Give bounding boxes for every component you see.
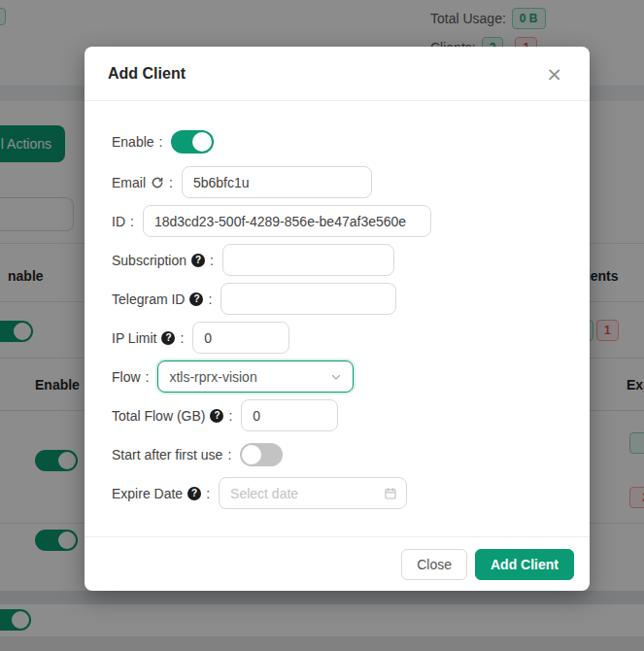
telegram-input[interactable] [220, 283, 396, 315]
close-button[interactable]: Close [401, 549, 467, 580]
help-icon[interactable]: ? [210, 409, 223, 423]
email-row: Email : [112, 166, 566, 198]
ip-limit-label: IP Limit [112, 330, 156, 346]
close-icon[interactable]: × [542, 60, 566, 87]
id-label: ID [112, 214, 125, 229]
refresh-icon[interactable] [151, 176, 164, 189]
start-after-first-use-row: Start after first use: [112, 438, 566, 470]
enable-label: Enable [112, 134, 154, 150]
expire-date-row: Expire Date ? : [112, 477, 566, 509]
total-flow-row: Total Flow (GB) ? : [112, 399, 566, 431]
toggle-knob [242, 445, 261, 464]
modal-footer: Close Add Client [85, 536, 590, 591]
toggle-knob [192, 132, 212, 152]
id-row: ID: [112, 205, 566, 237]
email-input[interactable] [182, 166, 372, 198]
flow-row: Flow: xtls-rprx-vision [112, 360, 566, 393]
help-icon[interactable]: ? [161, 331, 175, 345]
modal-header: Add Client × [85, 47, 590, 101]
flow-selected-value: xtls-rprx-vision [169, 369, 330, 385]
ip-limit-input[interactable] [192, 322, 289, 354]
total-flow-label: Total Flow (GB) [112, 408, 205, 424]
start-after-first-use-label: Start after first use [112, 447, 222, 463]
subscription-row: Subscription ? : [112, 244, 566, 276]
chevron-down-icon [330, 371, 342, 383]
subscription-input[interactable] [222, 244, 394, 276]
total-flow-input[interactable] [241, 399, 338, 431]
expire-date-label: Expire Date [112, 486, 183, 501]
add-client-modal: Add Client × Enable: Email : ID: [85, 47, 590, 591]
email-label: Email [112, 175, 146, 190]
help-icon[interactable]: ? [187, 487, 201, 500]
help-icon[interactable]: ? [189, 292, 203, 306]
enable-toggle[interactable] [171, 130, 214, 154]
subscription-label: Subscription [112, 253, 186, 268]
modal-title: Add Client [108, 65, 186, 83]
flow-select[interactable]: xtls-rprx-vision [157, 360, 354, 393]
flow-label: Flow [112, 369, 141, 385]
telegram-row: Telegram ID ? : [112, 283, 566, 315]
help-icon[interactable]: ? [191, 254, 205, 267]
add-client-button[interactable]: Add Client [475, 549, 574, 580]
expire-date-input[interactable] [219, 477, 407, 509]
id-input[interactable] [143, 205, 431, 237]
modal-body: Enable: Email : ID: Subscription [85, 101, 590, 536]
start-after-first-use-toggle[interactable] [240, 443, 283, 466]
enable-row: Enable: [112, 130, 566, 154]
telegram-label: Telegram ID [112, 291, 185, 307]
ip-limit-row: IP Limit ? : [112, 322, 566, 354]
